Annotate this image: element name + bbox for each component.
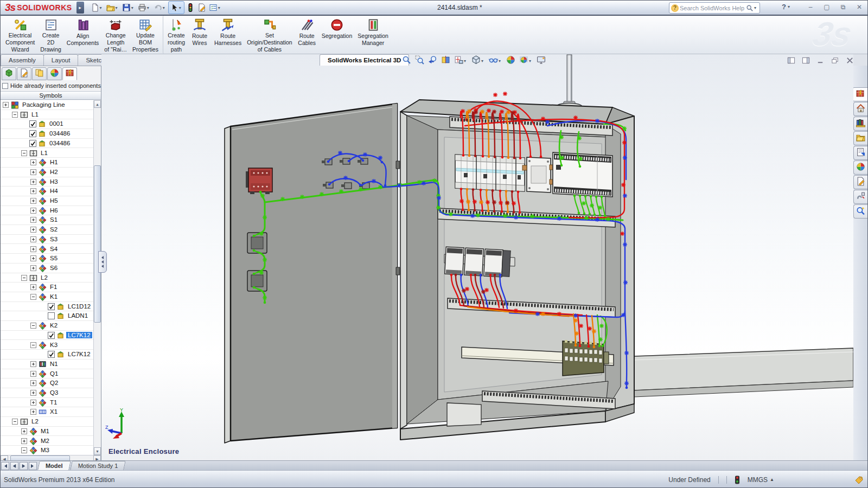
- tree-label[interactable]: H6: [48, 207, 60, 214]
- tree-label[interactable]: Q3: [48, 389, 60, 396]
- expander-plus-icon[interactable]: [30, 179, 36, 185]
- tree-row-k3[interactable]: K3: [1, 341, 93, 350]
- tree-row-l1[interactable]: L1: [1, 110, 93, 120]
- undo-button[interactable]: ▾: [152, 1, 168, 14]
- nav-previous-button[interactable]: [10, 462, 18, 470]
- expander-plus-icon[interactable]: [30, 371, 36, 377]
- tree-row-ladn1[interactable]: LADN1: [1, 311, 93, 321]
- restore-button[interactable]: ⧉: [837, 2, 849, 12]
- electrical-component-wizard-button[interactable]: ElectricalComponentWizard: [3, 16, 37, 54]
- panel-splitter-handle[interactable]: [98, 251, 107, 273]
- tree-label[interactable]: H5: [48, 197, 60, 204]
- tree-row-h5[interactable]: H5: [1, 196, 93, 206]
- search-input[interactable]: [679, 4, 746, 12]
- tree-row-l2[interactable]: L2: [1, 417, 93, 427]
- tree-label[interactable]: Q1: [48, 370, 60, 377]
- tree-row-l2[interactable]: L2: [1, 273, 93, 283]
- create-routing-path-button[interactable]: Createroutingpath: [163, 16, 188, 54]
- new-document-caret-icon[interactable]: ▾: [100, 5, 102, 10]
- tab-solidworks-electrical-3d[interactable]: SolidWorks Electrical 3D: [320, 54, 409, 66]
- tree-label[interactable]: S1: [48, 216, 59, 223]
- components-tab[interactable]: [2, 67, 16, 80]
- tree-row-k1[interactable]: K1: [1, 292, 93, 302]
- expander-plus-icon[interactable]: [30, 217, 36, 223]
- tree-row-t1[interactable]: T1: [1, 398, 93, 408]
- tree-row-q1[interactable]: Q1: [1, 369, 93, 379]
- tree-label[interactable]: Packaging Line: [21, 101, 67, 108]
- tree-label[interactable]: L1: [30, 111, 40, 118]
- expander-plus-icon[interactable]: [30, 361, 36, 367]
- nav-next-button[interactable]: [20, 462, 28, 470]
- expander-plus-icon[interactable]: [21, 438, 27, 444]
- tree-row-q3[interactable]: Q3: [1, 388, 93, 398]
- model-tab-motion-study-1[interactable]: Motion Study 1: [70, 461, 126, 470]
- tree-row-h2[interactable]: H2: [1, 168, 93, 177]
- hide-inserted-checkbox[interactable]: [2, 83, 8, 89]
- visibility-checkbox[interactable]: [48, 351, 55, 358]
- tree-row-q2[interactable]: Q2: [1, 378, 93, 388]
- model-tab-model[interactable]: Model: [37, 461, 71, 470]
- tree-label[interactable]: 0001: [48, 120, 65, 127]
- tree-label[interactable]: S4: [48, 246, 59, 252]
- display-style-button[interactable]: ▾: [470, 55, 486, 67]
- graphics-area[interactable]: [101, 54, 853, 460]
- expander-plus-icon[interactable]: [30, 227, 36, 233]
- expander-plus-icon[interactable]: [30, 265, 36, 271]
- tree-label[interactable]: LC1D12: [66, 303, 92, 310]
- doc-close-button[interactable]: [845, 56, 854, 65]
- search-caret-icon[interactable]: ▾: [754, 5, 756, 10]
- expander-plus-icon[interactable]: [30, 284, 36, 290]
- tree-label[interactable]: 034486: [48, 130, 72, 137]
- tree-label[interactable]: 034486: [48, 140, 72, 146]
- doc-restore-button[interactable]: [830, 56, 840, 65]
- properties-tab[interactable]: [17, 67, 31, 80]
- visibility-checkbox[interactable]: [48, 332, 55, 339]
- tree-label[interactable]: S5: [48, 255, 59, 261]
- tree-scrollbar[interactable]: ▲ ▼: [93, 100, 101, 455]
- tree-label[interactable]: L2: [30, 418, 40, 425]
- tree-label[interactable]: LC7K12: [66, 351, 92, 357]
- tree-label[interactable]: Q2: [48, 380, 60, 386]
- tree-row-s6[interactable]: S6: [1, 264, 93, 273]
- expander-minus-icon[interactable]: [21, 150, 27, 156]
- tree-label[interactable]: M3: [39, 447, 51, 453]
- visibility-checkbox[interactable]: [48, 303, 55, 310]
- expander-minus-icon[interactable]: [21, 275, 27, 281]
- expander-plus-icon[interactable]: [30, 188, 36, 194]
- expander-plus-icon[interactable]: [30, 255, 36, 261]
- expander-plus-icon[interactable]: [30, 159, 36, 165]
- tree-row-lc1d12[interactable]: LC1D12: [1, 302, 93, 312]
- tree-row-k2[interactable]: K2: [1, 321, 93, 331]
- view-palette-tab[interactable]: [853, 146, 867, 160]
- change-length-button[interactable]: ChangeLengthof "Rai…: [101, 16, 130, 54]
- custom-properties-tab[interactable]: [853, 175, 867, 189]
- expander-minus-icon[interactable]: [21, 447, 27, 453]
- tree-label[interactable]: L2: [39, 274, 49, 281]
- documents-tab[interactable]: [32, 67, 47, 80]
- zoom-to-fit-button[interactable]: [401, 55, 412, 67]
- collision-detection-button[interactable]: [185, 1, 196, 14]
- tree-row-x1[interactable]: X1: [1, 407, 93, 417]
- open-button[interactable]: ▾: [105, 1, 120, 14]
- segregation-button[interactable]: Segregation: [319, 16, 355, 54]
- tree-row-m1[interactable]: M1: [1, 427, 93, 436]
- nav-first-button[interactable]: [1, 462, 9, 470]
- tree-row-s5[interactable]: S5: [1, 254, 93, 264]
- set-origin-destination-button[interactable]: SetOrigin/Destinationof Cables: [244, 16, 295, 54]
- tree-label[interactable]: S2: [48, 226, 59, 233]
- tab-layout[interactable]: Layout: [43, 54, 79, 66]
- tree-row-l1[interactable]: L1: [1, 149, 93, 158]
- document-properties-button[interactable]: [196, 1, 207, 14]
- status-traffic-icon[interactable]: [735, 476, 740, 484]
- update-bom-properties-button[interactable]: UpdateBOMProperties: [130, 16, 161, 54]
- expander-plus-icon[interactable]: [30, 246, 36, 252]
- tree-row-h1[interactable]: H1: [1, 158, 93, 168]
- tree-label[interactable]: K3: [48, 342, 59, 348]
- tab-assembly[interactable]: Assembly: [1, 54, 44, 66]
- tree-row-h3[interactable]: H3: [1, 177, 93, 187]
- expander-plus-icon[interactable]: [30, 390, 36, 396]
- menu-expand-button[interactable]: ▸: [76, 2, 84, 14]
- expander-minus-icon[interactable]: [12, 419, 18, 425]
- visibility-checkbox[interactable]: [29, 130, 36, 137]
- pane-right-button[interactable]: [801, 56, 810, 65]
